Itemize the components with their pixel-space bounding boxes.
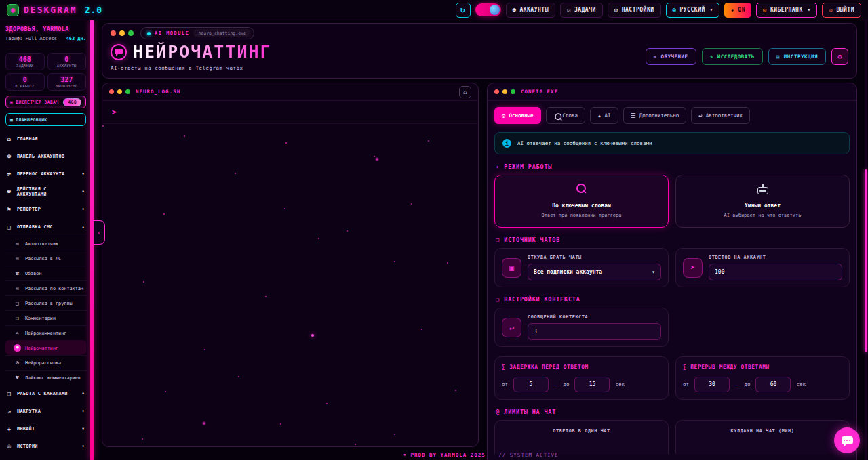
theme-label: КИБЕРПАНК [770,7,803,13]
task-dispatcher-button[interactable]: ▣ ДИСПЕТЧЕР ЗАДАЧ 468 [5,96,86,108]
settings-label: НАСТРОЙКИ [622,7,654,13]
camera-icon: ✇ [5,443,13,450]
language-dropdown[interactable]: ⊕ РУССКИЙ ▾ [666,3,720,18]
user-add-icon: ✚ [5,425,13,432]
sidebar-item-invite[interactable]: ✚ ИНВАЙТ ▾ [5,420,86,438]
close-icon[interactable] [494,89,499,94]
robot-icon: ⚙ [14,360,21,366]
support-chat-button[interactable] [834,427,860,453]
section-title: РЕЖИМ РАБОТЫ [504,163,552,170]
tab-words[interactable]: Слова [546,107,586,124]
sidebar-item-contacts-mailing[interactable]: ✉ Рассылка по контактам [5,280,86,295]
answers-per-account-input[interactable] [709,264,842,280]
sidebar-item-channels[interactable]: ❒ РАБОТА С КАНАЛАМИ ▾ [5,385,86,402]
minimize-icon[interactable] [502,89,507,94]
refresh-icon: ↻ [460,5,465,14]
learning-button[interactable]: ✑ ОБУЧЕНИЕ [646,48,696,65]
calendar-icon: ▦ [10,117,13,123]
page-subtitle: AI-ответы на сообщения в Telegram чатах [111,65,272,71]
sidebar-item-comments[interactable]: ❏ Комментарии [5,310,86,325]
sidebar-item-groups-mailing[interactable]: ❑ Рассылка в группы [5,295,86,310]
chat-icon: ❐ [496,236,500,243]
unit-label: сек [796,381,806,388]
tab-basic[interactable]: ⚙ Основные [494,107,541,124]
sidebar-item-account-actions[interactable]: ☻ ДЕЙСТВИЯ С АККАУНТАМИ ▾ [5,183,86,201]
sidebar-item-neurochatting[interactable]: ☻ Нейрочаттинг [5,340,86,355]
chat-source-select[interactable]: Все подписки аккаунта ▾ [528,264,661,280]
tab-advanced[interactable]: ☰ Дополнительно [623,107,687,124]
mode-card-smart[interactable]: Умный ответ AI выбирает на что ответить [675,175,850,228]
sliders-icon: ☰ [631,112,636,119]
heart-icon: ♥ [14,375,21,381]
sidebar-item-stories[interactable]: ✇ ИСТОРИИ ▾ [5,438,86,455]
tab-label: Слова [563,112,578,119]
refresh-button[interactable]: ↻ [456,3,471,18]
chevron-down-icon: ▾ [81,444,86,449]
maximize-icon[interactable] [125,89,130,94]
close-icon[interactable] [111,30,116,36]
sparkle-icon: ✦ [730,7,734,14]
status-dot-icon [147,32,151,35]
tasks-button[interactable]: ☑ ЗАДАЧИ [560,3,603,18]
accounts-label: АККАУНТЫ [519,7,549,13]
minimize-icon[interactable] [117,89,122,94]
context-icon: ❏ [496,296,500,303]
accounts-button[interactable]: ☻ АККАУНТЫ [506,3,555,18]
tab-autoresponder[interactable]: ↩ Автоответчик [691,107,750,124]
settings-button[interactable]: ⚙ НАСТРОЙКИ [608,3,661,18]
search-icon [576,183,587,194]
minimize-icon[interactable] [119,30,125,36]
sidebar-item-account-transfer[interactable]: ⇄ ПЕРЕНОС АККАУНТА ▾ [5,165,86,183]
clear-log-button[interactable]: ♺ [459,86,471,98]
sidebar-collapse-handle[interactable]: ‹ [94,220,105,245]
instruction-button[interactable]: ▤ ИНСТРУКЦИЯ [768,48,826,65]
maximize-icon[interactable] [511,89,515,94]
user-greeting: ЗДОРОВЬЯ, YARMOLA [5,26,86,33]
users-icon: ☻ [5,153,13,160]
particle-field [102,125,478,446]
scrollbar-thumb[interactable] [865,169,867,352]
sidebar-item-neuromailing[interactable]: ⚙ Нейрорассылка [5,355,86,370]
context-messages-input[interactable] [528,323,661,340]
module-settings-button[interactable]: ⚙ [831,48,848,65]
sidebar-item-send-sms[interactable]: ❑ ОТПРАВКА СМС ▴ [5,218,86,236]
tab-ai[interactable]: ✦ AI [590,107,618,124]
info-icon: i [502,139,511,148]
sidebar-item-label: Нейрокомментинг [25,331,66,336]
sidebar-item-autoresponder[interactable]: ✉ Автоответчик [5,236,86,251]
maximize-icon[interactable] [128,30,134,36]
pause-to-input[interactable] [755,377,791,392]
sidebar-item-home[interactable]: ⌂ ГЛАВНАЯ [5,130,86,148]
pause-from-input[interactable] [694,377,730,392]
delay-to-input[interactable] [574,377,610,392]
power-on-button[interactable]: ✦ ON [724,3,751,18]
terminal-title: NEURO_LOG.SH [136,89,180,95]
sidebar-item-label: РАБОТА С КАНАЛАМИ [17,391,68,396]
sidebar-item-neurocommenting[interactable]: ✍ Нейрокомментинг [5,325,86,340]
explore-button[interactable]: ⚗ ИССЛЕДОВАТЬ [702,48,763,65]
window-controls [109,89,130,94]
logo-name: DESKGRAM [24,5,77,15]
sidebar: ЗДОРОВЬЯ, YARMOLA Тариф: Full Access 463… [0,20,90,460]
field-label: ОТКУДА БРАТЬ ЧАТЫ [528,255,661,260]
theme-dropdown[interactable]: ⚙ КИБЕРПАНК ▾ [756,3,818,18]
close-icon[interactable] [109,89,114,94]
field-label: ОТВЕТОВ НА АККАУНТ [709,255,842,260]
delay-from-input[interactable] [513,377,549,392]
logout-button[interactable]: ⇨ ВЫЙТИ [822,3,861,18]
sidebar-item-reporter[interactable]: ⚑ РЕПОРТЕР ▾ [5,201,86,218]
sidebar-item-comment-liking[interactable]: ♥ Лайкинг комментариев [5,370,86,385]
sidebar-item-label: ПАНЕЛЬ АККАУНТОВ [17,154,64,159]
sidebar-item-calling[interactable]: ☎ Обзвон [5,266,86,280]
mode-card-keywords[interactable]: По ключевым словам Ответ при появлении т… [494,175,669,228]
page-scrollbar[interactable] [865,20,867,460]
scheduler-button[interactable]: ▦ ПЛАНИРОВЩИК [5,113,86,126]
sidebar-item-dm-mailing[interactable]: ✉ Рассылка в ЛС [5,251,86,266]
sidebar-item-boosting[interactable]: ⇗ НАКРУТКА ▾ [5,402,86,420]
sidebar-item-accounts-panel[interactable]: ☻ ПАНЕЛЬ АККАУНТОВ [5,148,86,165]
from-label: от [502,381,508,388]
neuro-log-panel: NEURO_LOG.SH ♺ > [102,83,479,447]
power-toggle[interactable] [475,3,501,16]
config-panel: CONFIG.EXE ⚙ Основные Слова ✦ AI ☰ Допол… [487,83,857,460]
phone-icon: ☎ [14,270,21,276]
